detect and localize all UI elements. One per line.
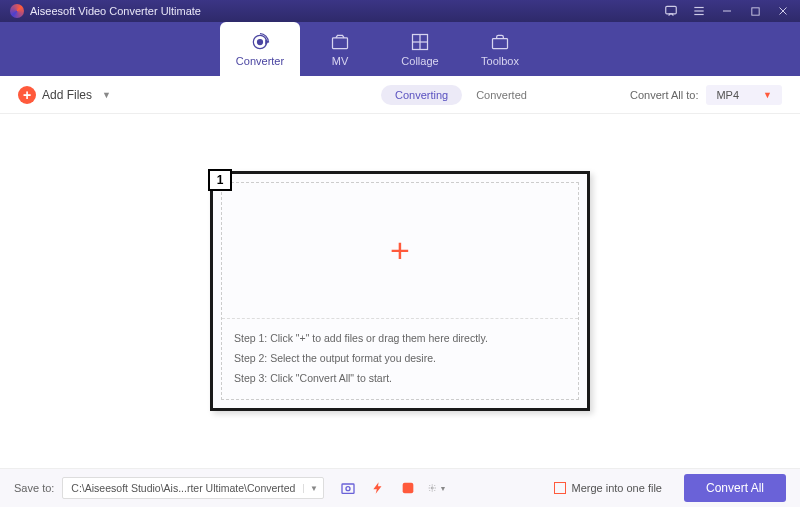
high-speed-icon[interactable] [398, 478, 418, 498]
dropzone[interactable]: + Step 1: Click "+" to add files or drag… [210, 171, 590, 411]
app-logo [10, 4, 24, 18]
tab-mv[interactable]: MV [300, 22, 380, 76]
step-3-text: Step 3: Click "Convert All" to start. [234, 369, 566, 389]
close-icon[interactable] [776, 4, 790, 18]
save-path-select[interactable]: C:\Aiseesoft Studio\Ais...rter Ultimate\… [62, 477, 324, 499]
chevron-down-icon: ▼ [102, 90, 111, 100]
save-path-value: C:\Aiseesoft Studio\Ais...rter Ultimate\… [63, 482, 303, 494]
svg-point-19 [432, 487, 434, 489]
converted-tab[interactable]: Converted [462, 85, 541, 105]
converting-tab[interactable]: Converting [381, 85, 462, 105]
app-title: Aiseesoft Video Converter Ultimate [30, 5, 201, 17]
merge-label: Merge into one file [571, 482, 662, 494]
callout-marker: 1 [208, 169, 232, 191]
tab-converter-label: Converter [236, 55, 284, 67]
add-plus-icon[interactable]: + [390, 231, 410, 270]
tab-collage[interactable]: Collage [380, 22, 460, 76]
menu-icon[interactable] [692, 4, 706, 18]
format-select[interactable]: MP4 ▼ [706, 85, 782, 105]
convert-all-to-label: Convert All to: [630, 89, 698, 101]
tab-collage-label: Collage [401, 55, 438, 67]
collage-icon [410, 32, 430, 52]
add-files-button[interactable]: + Add Files ▼ [18, 86, 111, 104]
format-value: MP4 [716, 89, 739, 101]
tab-mv-label: MV [332, 55, 349, 67]
plus-icon: + [18, 86, 36, 104]
save-to-label: Save to: [14, 482, 54, 494]
gpu-accel-icon[interactable] [368, 478, 388, 498]
convert-all-button[interactable]: Convert All [684, 474, 786, 502]
converter-icon [250, 32, 270, 52]
checkbox-icon [554, 482, 566, 494]
merge-checkbox[interactable]: Merge into one file [554, 482, 662, 494]
tab-toolbox-label: Toolbox [481, 55, 519, 67]
toolbox-icon [490, 32, 510, 52]
tab-converter[interactable]: Converter [220, 22, 300, 76]
svg-rect-5 [751, 7, 758, 14]
maximize-icon[interactable] [748, 4, 762, 18]
svg-point-9 [258, 39, 263, 44]
svg-rect-16 [342, 484, 354, 493]
chevron-down-icon: ▼ [763, 90, 772, 100]
svg-rect-0 [666, 6, 677, 14]
svg-rect-18 [403, 483, 414, 494]
feedback-icon[interactable] [664, 4, 678, 18]
step-1-text: Step 1: Click "+" to add files or drag t… [234, 329, 566, 349]
svg-rect-15 [493, 38, 508, 48]
chevron-down-icon[interactable]: ▼ [303, 484, 323, 493]
svg-rect-11 [333, 37, 348, 48]
open-folder-icon[interactable] [338, 478, 358, 498]
add-files-label: Add Files [42, 88, 92, 102]
tab-toolbox[interactable]: Toolbox [460, 22, 540, 76]
settings-icon[interactable]: ▼ [428, 478, 448, 498]
minimize-icon[interactable] [720, 4, 734, 18]
step-2-text: Step 2: Select the output format you des… [234, 349, 566, 369]
svg-point-17 [346, 487, 350, 491]
mv-icon [330, 32, 350, 52]
